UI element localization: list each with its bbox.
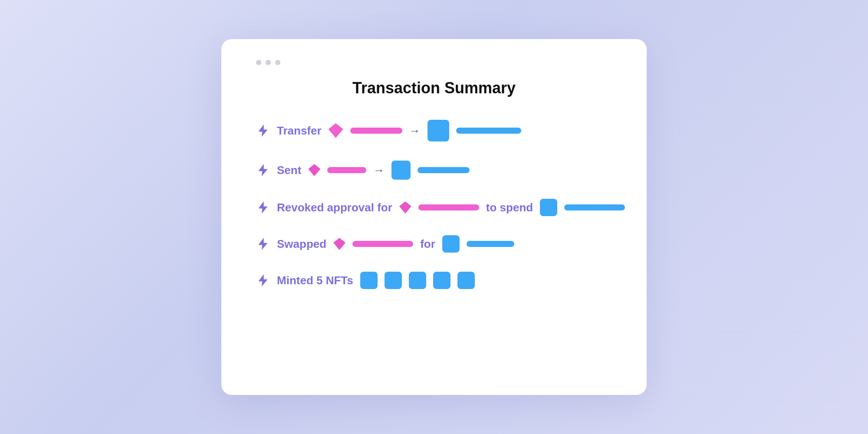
sent-label: Sent <box>277 164 301 177</box>
revoked-token-square <box>540 199 557 216</box>
swapped-from-gem <box>333 238 345 250</box>
minted-nft-1 <box>360 272 378 289</box>
window-dot-1 <box>256 60 261 65</box>
lightning-icon-minted <box>256 273 270 287</box>
minted-nft-2 <box>385 272 402 289</box>
transaction-row-revoked: Revoked approval for to spend <box>256 199 612 216</box>
transaction-row-minted: Minted 5 NFTs <box>256 272 612 289</box>
sent-to-square <box>391 161 411 180</box>
revoked-spender-pill <box>418 204 479 210</box>
transfer-arrow: → <box>409 124 421 138</box>
sent-from-pill <box>327 167 366 173</box>
lightning-icon-sent <box>256 163 270 177</box>
window-dot-3 <box>275 60 280 65</box>
transfer-label: Transfer <box>277 124 322 138</box>
revoked-token-pill <box>564 204 625 210</box>
transaction-row-sent: Sent → <box>256 161 612 180</box>
swapped-from-pill <box>352 241 413 247</box>
window-dot-2 <box>266 60 271 65</box>
transactions-list: Transfer → Sent → <box>256 120 612 289</box>
lightning-icon-transfer <box>256 124 270 138</box>
transaction-card: Transaction Summary Transfer → Sent <box>221 39 647 395</box>
transaction-row-transfer: Transfer → <box>256 120 612 141</box>
lightning-icon-revoked <box>256 201 270 214</box>
minted-nft-5 <box>457 272 475 289</box>
revoked-spender-gem <box>399 201 411 214</box>
transfer-from-gem <box>329 123 343 138</box>
sent-from-gem <box>308 164 320 176</box>
transfer-to-square <box>427 120 449 141</box>
window-controls <box>256 60 612 65</box>
revoked-label: Revoked approval for <box>277 201 392 214</box>
transfer-from-pill <box>350 128 402 134</box>
swapped-connector: for <box>420 237 435 251</box>
swapped-to-pill <box>467 241 514 247</box>
minted-nft-3 <box>409 272 426 289</box>
lightning-icon-swapped <box>256 237 270 251</box>
sent-arrow: → <box>373 164 385 177</box>
transaction-row-swapped: Swapped for <box>256 235 612 253</box>
swapped-to-square <box>442 235 460 253</box>
revoked-connector: to spend <box>486 201 533 214</box>
sent-to-pill <box>418 167 470 173</box>
swapped-label: Swapped <box>277 237 326 251</box>
page-title: Transaction Summary <box>256 79 612 97</box>
minted-label: Minted 5 NFTs <box>277 274 353 287</box>
minted-nft-4 <box>433 272 450 289</box>
transfer-to-pill <box>456 128 521 134</box>
